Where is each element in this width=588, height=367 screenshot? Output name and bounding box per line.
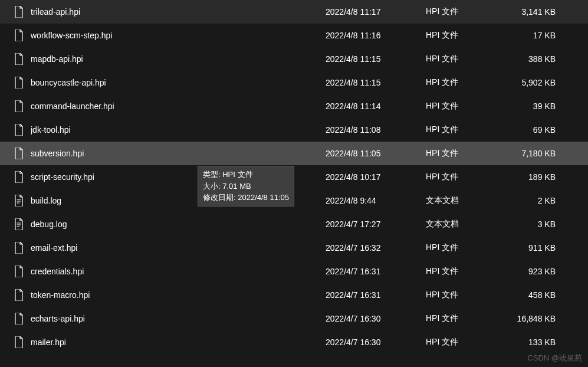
file-row[interactable]: trilead-api.hpi2022/4/8 11:17HPI 文件3,141… (0, 0, 588, 24)
file-row[interactable]: debug.log2022/4/7 17:27文本文档3 KB (0, 212, 588, 236)
file-date: 2022/4/7 17:27 (326, 219, 426, 229)
file-row[interactable]: mapdb-api.hpi2022/4/8 11:15HPI 文件388 KB (0, 47, 588, 71)
file-row[interactable]: script-security.hpi2022/4/8 10:17HPI 文件1… (0, 165, 588, 189)
file-type: HPI 文件 (426, 337, 502, 348)
file-size: 923 KB (502, 267, 567, 276)
file-type: HPI 文件 (426, 266, 502, 277)
file-row[interactable]: credentials.hpi2022/4/7 16:31HPI 文件923 K… (0, 260, 588, 283)
file-type: HPI 文件 (426, 313, 502, 324)
file-row[interactable]: echarts-api.hpi2022/4/7 16:30HPI 文件16,84… (0, 307, 588, 330)
file-date: 2022/4/7 16:30 (326, 314, 426, 323)
file-size: 189 KB (502, 172, 567, 182)
file-name: trilead-api.hpi (31, 7, 326, 17)
watermark: CSDN @琥泉苑 (527, 353, 582, 363)
file-icon (14, 124, 24, 136)
file-type: HPI 文件 (426, 172, 502, 182)
file-row[interactable]: email-ext.hpi2022/4/7 16:32HPI 文件911 KB (0, 236, 588, 260)
file-icon (14, 148, 24, 159)
file-size: 17 KB (502, 31, 567, 40)
file-type: HPI 文件 (426, 54, 502, 64)
file-name: command-launcher.hpi (31, 101, 326, 111)
file-list: trilead-api.hpi2022/4/8 11:17HPI 文件3,141… (0, 0, 588, 354)
file-name: mailer.hpi (31, 337, 326, 347)
file-type: HPI 文件 (426, 77, 502, 88)
file-icon (14, 100, 24, 112)
file-row[interactable]: build.log2022/4/8 9:44文本文档2 KB (0, 189, 588, 212)
file-icon (14, 289, 24, 301)
file-icon (14, 171, 24, 183)
file-row[interactable]: command-launcher.hpi2022/4/8 11:14HPI 文件… (0, 94, 588, 118)
file-type: HPI 文件 (426, 101, 502, 112)
file-icon (14, 77, 24, 89)
file-row[interactable]: subversion.hpi2022/4/8 11:05HPI 文件7,180 … (0, 142, 588, 165)
file-type: 文本文档 (426, 219, 502, 230)
file-icon (14, 313, 24, 325)
file-icon (14, 30, 24, 41)
file-size: 458 KB (502, 290, 567, 300)
file-size: 16,848 KB (502, 314, 567, 323)
file-type: 文本文档 (426, 195, 502, 206)
file-type: HPI 文件 (426, 30, 502, 41)
file-type: HPI 文件 (426, 148, 502, 159)
file-name: workflow-scm-step.hpi (31, 31, 326, 40)
file-size: 39 KB (502, 101, 567, 111)
file-size: 2 KB (502, 196, 567, 205)
file-date: 2022/4/8 11:15 (326, 54, 426, 64)
file-date: 2022/4/8 11:08 (326, 125, 426, 135)
file-name: mapdb-api.hpi (31, 54, 326, 64)
file-size: 911 KB (502, 243, 567, 253)
file-icon (14, 53, 24, 65)
file-date: 2022/4/7 16:31 (326, 290, 426, 300)
file-date: 2022/4/8 11:17 (326, 7, 426, 17)
file-size: 69 KB (502, 125, 567, 135)
file-icon (14, 336, 24, 348)
file-date: 2022/4/8 11:15 (326, 78, 426, 87)
file-row[interactable]: bouncycastle-api.hpi2022/4/8 11:15HPI 文件… (0, 71, 588, 94)
file-size: 5,902 KB (502, 78, 567, 87)
file-type: HPI 文件 (426, 124, 502, 135)
file-row[interactable]: workflow-scm-step.hpi2022/4/8 11:16HPI 文… (0, 24, 588, 47)
file-date: 2022/4/7 16:31 (326, 267, 426, 276)
file-date: 2022/4/8 11:14 (326, 101, 426, 111)
file-name: debug.log (31, 219, 326, 229)
file-date: 2022/4/7 16:30 (326, 337, 426, 347)
file-size: 7,180 KB (502, 149, 567, 158)
file-name: subversion.hpi (31, 149, 326, 158)
file-name: jdk-tool.hpi (31, 125, 326, 135)
file-date: 2022/4/8 11:16 (326, 31, 426, 40)
file-type: HPI 文件 (426, 243, 502, 253)
file-icon (14, 266, 24, 277)
file-date: 2022/4/8 9:44 (326, 196, 426, 205)
file-row[interactable]: mailer.hpi2022/4/7 16:30HPI 文件133 KB (0, 330, 588, 354)
file-name: token-macro.hpi (31, 290, 326, 300)
file-row[interactable]: token-macro.hpi2022/4/7 16:31HPI 文件458 K… (0, 283, 588, 307)
file-name: echarts-api.hpi (31, 314, 326, 323)
file-name: credentials.hpi (31, 267, 326, 276)
file-date: 2022/4/8 10:17 (326, 172, 426, 182)
file-type: HPI 文件 (426, 6, 502, 17)
file-size: 388 KB (502, 54, 567, 64)
file-size: 133 KB (502, 337, 567, 347)
file-name: bouncycastle-api.hpi (31, 78, 326, 87)
file-name: build.log (31, 196, 326, 205)
file-date: 2022/4/7 16:32 (326, 243, 426, 253)
file-row[interactable]: jdk-tool.hpi2022/4/8 11:08HPI 文件69 KB (0, 118, 588, 142)
text-file-icon (14, 195, 24, 207)
file-size: 3 KB (502, 219, 567, 229)
file-type: HPI 文件 (426, 290, 502, 300)
file-icon (14, 242, 24, 254)
file-name: email-ext.hpi (31, 243, 326, 253)
file-size: 3,141 KB (502, 7, 567, 17)
file-date: 2022/4/8 11:05 (326, 149, 426, 158)
file-icon (14, 6, 24, 18)
file-name: script-security.hpi (31, 172, 326, 182)
text-file-icon (14, 218, 24, 230)
